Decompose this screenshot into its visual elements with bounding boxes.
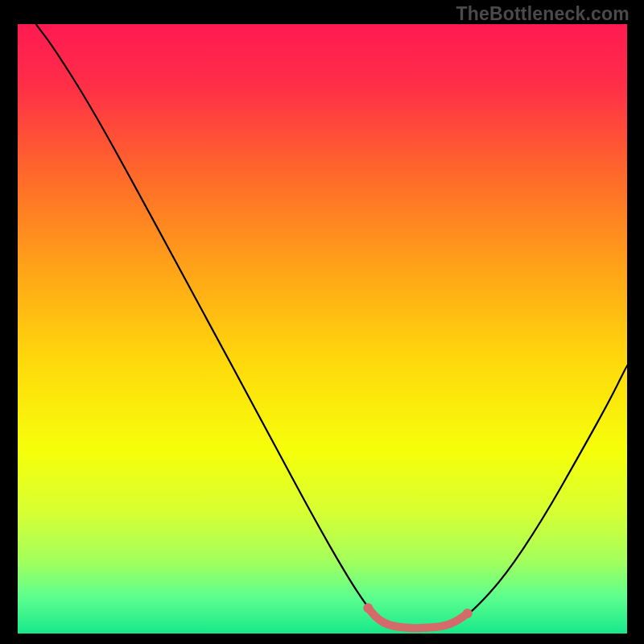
marker-right-endpoint [463, 609, 473, 618]
plot-svg [18, 24, 627, 634]
watermark-text: TheBottleneck.com [456, 3, 630, 25]
gradient-background [18, 24, 627, 634]
marker-left-endpoint [363, 603, 373, 613]
chart-container: TheBottleneck.com [0, 0, 644, 644]
plot-frame [18, 24, 627, 634]
